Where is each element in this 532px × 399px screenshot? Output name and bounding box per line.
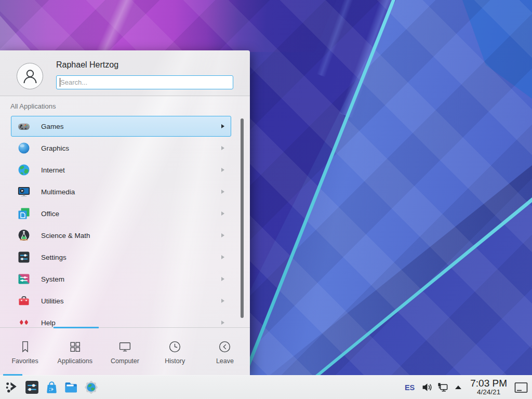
launcher-tab-bar: Favorites Applications Computer	[0, 327, 250, 375]
web-browser-globe-icon	[83, 379, 99, 395]
category-label: Internet	[41, 166, 65, 174]
category-utilities[interactable]: Utilities	[11, 290, 231, 311]
section-label: All Applications	[10, 102, 56, 110]
user-icon	[20, 66, 40, 86]
sliders-color-icon	[17, 272, 31, 286]
tab-label: Computer	[111, 357, 139, 365]
category-science-math[interactable]: Science & Math	[11, 225, 231, 246]
category-label: Settings	[41, 254, 66, 261]
grid-icon	[68, 340, 82, 354]
system-tray: ES 7:03 PM 4/24/21	[400, 377, 532, 398]
submenu-arrow-icon	[221, 299, 224, 303]
tab-history[interactable]: History	[150, 328, 200, 375]
application-launcher-icon	[4, 379, 20, 395]
launcher-active-indicator	[3, 374, 22, 376]
tab-label: Favorites	[11, 357, 38, 365]
file-manager-folder-icon	[63, 379, 79, 395]
category-office[interactable]: Office	[11, 203, 231, 224]
category-label: System	[41, 275, 64, 283]
text-caret	[60, 78, 60, 87]
system-settings-button[interactable]	[22, 377, 42, 398]
application-launcher-menu: Raphael Hertzog All Applications Games	[0, 50, 250, 375]
digital-clock[interactable]: 7:03 PM 4/24/21	[470, 378, 507, 396]
category-label: Graphics	[41, 144, 69, 152]
category-internet[interactable]: Internet	[11, 159, 231, 180]
category-label: Science & Math	[41, 232, 90, 240]
submenu-arrow-icon	[221, 321, 224, 325]
category-system[interactable]: System	[11, 269, 231, 289]
globe-icon	[17, 163, 31, 177]
sliders-dark-icon	[17, 250, 31, 264]
show-desktop-button[interactable]	[512, 377, 530, 398]
file-manager-button[interactable]	[61, 377, 81, 398]
category-label: Multimedia	[41, 188, 75, 196]
submenu-arrow-icon	[221, 168, 224, 172]
network-button[interactable]	[435, 377, 450, 398]
flask-icon	[17, 229, 31, 242]
discover-button[interactable]	[42, 377, 61, 398]
submenu-arrow-icon	[221, 233, 224, 237]
category-label: Help	[41, 319, 56, 327]
category-label: Office	[41, 210, 59, 218]
system-settings-icon	[24, 379, 40, 395]
bookmark-icon	[18, 340, 32, 354]
submenu-arrow-icon	[221, 277, 224, 281]
tab-label: Leave	[216, 357, 234, 365]
category-help[interactable]: Help	[11, 312, 231, 327]
tab-label: Applications	[58, 357, 92, 365]
sphere-icon	[17, 141, 31, 155]
expand-tray-button[interactable]	[450, 377, 466, 398]
documents-icon	[17, 207, 31, 220]
category-multimedia[interactable]: Multimedia	[11, 181, 231, 202]
help-icon	[17, 316, 31, 327]
tab-favorites[interactable]: Favorites	[0, 328, 50, 375]
tab-computer[interactable]: Computer	[100, 328, 150, 375]
keyboard-layout-indicator[interactable]: ES	[400, 383, 419, 392]
category-graphics[interactable]: Graphics	[11, 138, 231, 158]
discover-bag-icon	[44, 379, 60, 395]
leave-circle-icon	[218, 340, 232, 354]
wired-network-icon	[437, 381, 449, 393]
search-input[interactable]	[56, 75, 233, 89]
tab-label: History	[165, 357, 185, 365]
clock-date: 4/24/21	[470, 389, 507, 396]
submenu-arrow-icon	[221, 146, 224, 150]
launcher-header: Raphael Hertzog	[0, 50, 250, 96]
monitor-icon	[118, 340, 132, 354]
category-list: Games Graphics	[0, 114, 250, 327]
category-label: Games	[41, 123, 64, 130]
volume-button[interactable]	[419, 377, 435, 398]
submenu-arrow-icon	[221, 124, 224, 128]
category-settings[interactable]: Settings	[11, 247, 231, 268]
search-field-wrap	[56, 75, 233, 89]
active-tab-indicator	[54, 327, 99, 328]
expand-tray-arrow-icon	[455, 385, 461, 389]
user-name: Raphael Hertzog	[56, 60, 118, 70]
web-browser-button[interactable]	[81, 377, 101, 398]
category-label: Utilities	[41, 297, 64, 305]
submenu-arrow-icon	[221, 255, 224, 259]
submenu-arrow-icon	[221, 211, 224, 216]
scrollbar-thumb[interactable]	[241, 118, 244, 318]
clock-icon	[168, 340, 182, 354]
user-avatar[interactable]	[17, 63, 43, 89]
taskbar-panel: ES 7:03 PM 4/24/21	[0, 375, 532, 399]
media-player-icon	[17, 185, 31, 198]
tab-leave[interactable]: Leave	[200, 328, 250, 375]
volume-icon	[421, 381, 433, 393]
application-launcher-button[interactable]	[2, 377, 22, 398]
category-games[interactable]: Games	[11, 116, 231, 137]
toolbox-icon	[17, 294, 31, 308]
gamepad-icon	[17, 119, 31, 133]
show-desktop-icon	[514, 381, 528, 394]
clock-time: 7:03 PM	[470, 378, 507, 389]
submenu-arrow-icon	[221, 190, 224, 194]
tab-applications[interactable]: Applications	[50, 328, 100, 375]
